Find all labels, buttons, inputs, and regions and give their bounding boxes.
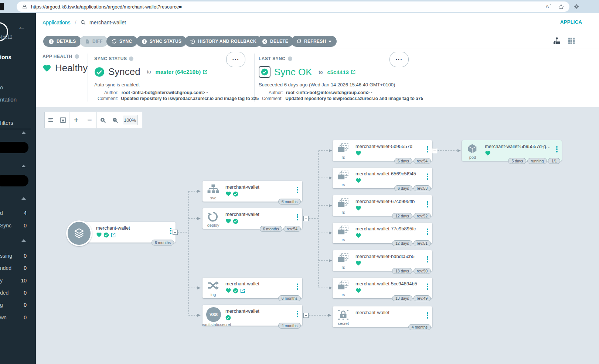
collapse-icon[interactable]	[21, 197, 26, 200]
service-node[interactable]: svc merchant-wallet 6 months	[202, 181, 302, 202]
resource-kind-label: svc	[202, 196, 224, 200]
filter-missing[interactable]: g0	[0, 302, 27, 308]
node-menu-button[interactable]	[427, 172, 428, 181]
breadcrumb-applications-link[interactable]: Applications	[42, 20, 71, 25]
sidebar-item-repo[interactable]: o	[0, 84, 3, 90]
sync-status-button[interactable]: SYNC STATUS	[136, 36, 187, 47]
ingress-node[interactable]: ing merchant-wallet 6 months	[202, 278, 302, 298]
grid-view-icon[interactable]	[567, 37, 576, 45]
replicaset-icon	[337, 253, 349, 264]
replicaset-node[interactable]: rs merchant-wallet-67cb995ffb 12 daysrev…	[333, 195, 432, 216]
resource-name: merchant-wallet-5b95557d-g…	[485, 144, 551, 149]
url-text[interactable]: https://argocd.k8.isw.la/applications/ar…	[31, 4, 546, 10]
tree-view-icon[interactable]	[552, 37, 561, 45]
magnifier-plus-icon[interactable]	[100, 117, 106, 123]
node-menu-button[interactable]	[427, 255, 428, 263]
node-menu-button[interactable]	[170, 227, 171, 235]
age-badge: 4 months	[408, 324, 431, 330]
info-icon	[142, 39, 147, 44]
details-button[interactable]: DETAILS	[43, 36, 81, 47]
age-badge: 6 months	[278, 199, 301, 205]
resource-name: merchant-wallet-5cc94894b5	[355, 281, 417, 286]
collapse-icon[interactable]	[21, 131, 26, 134]
resource-name: merchant-wallet-5b95557d	[355, 144, 412, 149]
replicaset-node[interactable]: rs merchant-wallet-5cc94894b5 13 daysrev…	[333, 278, 432, 298]
collapse-icon[interactable]	[21, 239, 26, 242]
filter-unknown[interactable]: wn0	[0, 315, 27, 320]
layout-icon[interactable]	[48, 117, 54, 123]
filter-suspended[interactable]: nded0	[0, 265, 27, 271]
browser-settings-icon[interactable]	[573, 3, 580, 12]
filter-progressing[interactable]: ssing0	[0, 253, 27, 259]
external-link-icon[interactable]	[240, 288, 245, 293]
chevron-down-icon	[329, 41, 331, 42]
pod-node[interactable]: pod merchant-wallet-5b95557d-g… 5 days r…	[462, 140, 562, 161]
node-menu-button[interactable]	[427, 145, 428, 153]
node-menu-button[interactable]	[427, 311, 428, 319]
last-sync-menu-button[interactable]: ···	[389, 52, 409, 67]
age-badge: 6 months	[278, 295, 301, 301]
health-heart-icon	[355, 260, 361, 266]
diff-button[interactable]: DIFF	[80, 36, 108, 47]
sidebar-item-applications[interactable]: ions	[0, 54, 11, 60]
delete-button[interactable]: DELETE	[257, 36, 293, 47]
resource-name: merchant-wallet	[225, 184, 259, 190]
replicaset-node[interactable]: rs merchant-wallet-6569c5f945 6 daysrev:…	[333, 168, 432, 188]
replicaset-node[interactable]: rs merchant-wallet-77c9b895fc 12 daysrev…	[333, 223, 432, 243]
help-icon[interactable]	[75, 54, 79, 59]
collapse-icon[interactable]	[21, 165, 26, 167]
filter-degraded[interactable]: ded0	[0, 290, 27, 296]
read-aloud-icon[interactable]: A⌃	[546, 4, 552, 9]
health-heart-icon	[355, 288, 361, 293]
node-menu-button[interactable]	[297, 310, 298, 318]
sidebar-item-documentation[interactable]: ntation	[0, 96, 17, 103]
filter-healthy[interactable]: y10	[0, 278, 27, 284]
history-rollback-button[interactable]: HISTORY AND ROLLBACK	[185, 36, 262, 47]
replicaset-node[interactable]: rs merchant-wallet-5b95557d 6 daysrev:54	[333, 140, 432, 161]
refresh-button[interactable]: REFRESH	[291, 36, 337, 47]
redacted-filter-chip[interactable]	[0, 175, 28, 186]
collapse-node-button[interactable]	[173, 230, 178, 235]
node-menu-button[interactable]	[297, 186, 298, 194]
fit-to-screen-icon[interactable]	[60, 117, 66, 123]
magnifier-minus-icon[interactable]	[112, 117, 118, 123]
node-menu-button[interactable]	[297, 213, 298, 221]
vaultstaticsecret-node[interactable]: VSS vaultstaticsecret merchant-wallet 4 …	[202, 305, 302, 326]
secret-node[interactable]: secret merchant-wallet 4 months	[333, 306, 432, 327]
sync-status-menu-button[interactable]: ···	[226, 52, 245, 67]
synced-check-icon	[233, 219, 238, 224]
external-link-icon[interactable]	[110, 232, 116, 238]
redacted-filter-chip[interactable]	[0, 142, 28, 153]
node-menu-button[interactable]	[297, 282, 298, 291]
sidebar-id-fragment: 4b012	[0, 35, 12, 40]
node-menu-button[interactable]	[427, 282, 428, 291]
node-menu-button[interactable]	[427, 200, 428, 208]
filter-count: 0	[24, 253, 27, 259]
zoom-level-input[interactable]	[123, 115, 137, 125]
help-icon[interactable]	[129, 56, 133, 61]
collapse-node-button[interactable]	[432, 148, 437, 153]
sync-button[interactable]: SYNC	[106, 36, 137, 47]
filter-count: 10	[21, 278, 27, 284]
favorite-star-icon[interactable]	[558, 4, 564, 10]
status-band: APP HEALTH Healthy SYNC STATUS ··· Synce…	[36, 48, 599, 107]
last-sync-target-link[interactable]: c5c4413	[327, 69, 355, 75]
collapse-node-button[interactable]	[303, 216, 309, 221]
url-bar[interactable]: https://argocd.k8.isw.la/applications/ar…	[17, 1, 569, 12]
collapse-node-button[interactable]	[303, 313, 309, 318]
node-menu-button[interactable]	[427, 227, 428, 236]
replicaset-node[interactable]: rs merchant-wallet-bdbdc5cb5 13 daysrev:…	[333, 250, 432, 271]
help-icon[interactable]	[288, 56, 292, 61]
deployment-node[interactable]: deploy merchant-wallet 6 months rev:54	[202, 208, 302, 229]
node-menu-button[interactable]	[556, 145, 558, 153]
zoom-in-button[interactable]: +	[74, 116, 78, 124]
auto-sync-note: Auto sync is enabled.	[94, 82, 140, 87]
lock-icon	[22, 4, 27, 10]
sync-target-link[interactable]: master (64c210b)	[156, 69, 208, 75]
resource-name: merchant-wallet-77c9b895fc	[355, 226, 416, 231]
filter-outofsync[interactable]: Sync0	[0, 223, 27, 229]
filter-synced[interactable]: d4	[0, 210, 27, 216]
zoom-out-button[interactable]: −	[87, 116, 92, 124]
resource-kind-label: pod	[462, 155, 483, 159]
collapse-sidebar-icon[interactable]: ←	[18, 22, 26, 32]
